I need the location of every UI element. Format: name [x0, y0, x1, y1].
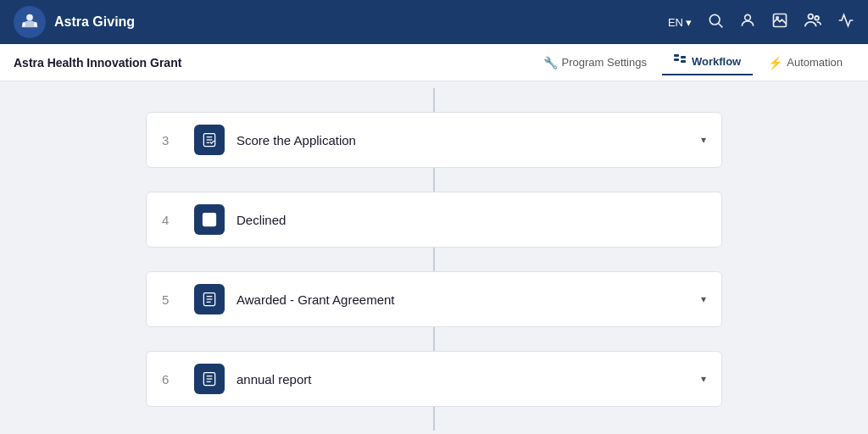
step-icon-box-3	[194, 125, 225, 155]
app-name: Astra Giving	[54, 14, 135, 30]
step-icon-box-6	[194, 364, 225, 394]
step-chevron-5: ▾	[701, 293, 706, 305]
step-icon-box-5	[194, 284, 225, 314]
search-icon[interactable]	[707, 12, 724, 33]
tab-workflow-label: Workflow	[692, 55, 741, 68]
svg-point-0	[26, 14, 33, 21]
step-label-4: Declined	[236, 213, 706, 227]
step-chevron-3: ▾	[701, 134, 706, 146]
connector-line-2	[433, 248, 435, 271]
top-nav-right: EN ▾	[668, 11, 854, 34]
svg-rect-12	[681, 56, 686, 58]
svg-rect-1	[22, 22, 25, 26]
step-icon-box-4	[194, 204, 225, 235]
sub-navigation: Astra Health Innovation Grant 🔧 Program …	[0, 44, 868, 81]
svg-rect-11	[674, 58, 679, 61]
connector-line-4	[433, 407, 435, 431]
step-number-4: 4	[162, 213, 182, 227]
svg-rect-2	[34, 22, 36, 26]
top-navigation: Astra Giving EN ▾	[0, 0, 868, 44]
step-label-3: Score the Application	[236, 133, 693, 147]
settings-icon: 🔧	[543, 56, 558, 70]
connector-2	[146, 248, 722, 271]
program-title: Astra Health Innovation Grant	[14, 56, 181, 70]
svg-point-9	[815, 15, 819, 19]
main-content: 3 Score the Application ▾ 4	[0, 81, 868, 434]
language-selector[interactable]: EN ▾	[668, 16, 692, 29]
step-number-5: 5	[162, 292, 182, 307]
connector-3	[146, 327, 722, 351]
svg-point-7	[776, 16, 779, 18]
step-chevron-6: ▾	[701, 373, 706, 385]
workflow-step-4[interactable]: 4 Declined	[146, 192, 722, 248]
step-number-3: 3	[162, 133, 182, 147]
automation-icon: ⚡	[768, 56, 782, 70]
connector-line-3	[433, 327, 435, 351]
workflow-step-5[interactable]: 5 Awarded - Grant Agreement ▾	[146, 271, 722, 327]
svg-line-4	[719, 23, 723, 27]
image-icon[interactable]	[771, 12, 788, 33]
connector-1	[146, 168, 722, 192]
step-label-5: Awarded - Grant Agreement	[236, 292, 693, 307]
tab-workflow[interactable]: Workflow	[662, 49, 753, 75]
top-nav-left: Astra Giving	[14, 6, 135, 38]
group-icon[interactable]	[804, 11, 822, 34]
app-logo	[14, 6, 46, 38]
step-label-6: annual report	[236, 372, 693, 387]
connector-4	[146, 407, 722, 431]
svg-point-5	[745, 14, 751, 20]
connector-0	[146, 88, 722, 112]
user-icon[interactable]	[739, 12, 756, 33]
connector-line-0	[433, 88, 435, 112]
sub-nav-tabs: 🔧 Program Settings Workflow ⚡ Automation	[531, 49, 854, 75]
workflow-step-3[interactable]: 3 Score the Application ▾	[146, 112, 722, 168]
tab-program-settings[interactable]: 🔧 Program Settings	[531, 51, 659, 75]
step-number-6: 6	[162, 372, 182, 387]
workflow-step-6[interactable]: 6 annual report ▾	[146, 351, 722, 407]
svg-point-3	[709, 14, 720, 25]
svg-rect-13	[681, 60, 686, 63]
svg-rect-10	[674, 54, 679, 57]
connector-line-1	[433, 168, 435, 192]
workflow-steps: 3 Score the Application ▾ 4	[146, 81, 722, 431]
tab-automation[interactable]: ⚡ Automation	[756, 51, 854, 75]
tab-program-settings-label: Program Settings	[562, 56, 647, 69]
svg-rect-19	[206, 216, 213, 223]
activity-icon[interactable]	[837, 12, 854, 33]
svg-point-8	[809, 14, 814, 19]
workflow-icon	[674, 54, 687, 69]
tab-automation-label: Automation	[787, 56, 843, 69]
